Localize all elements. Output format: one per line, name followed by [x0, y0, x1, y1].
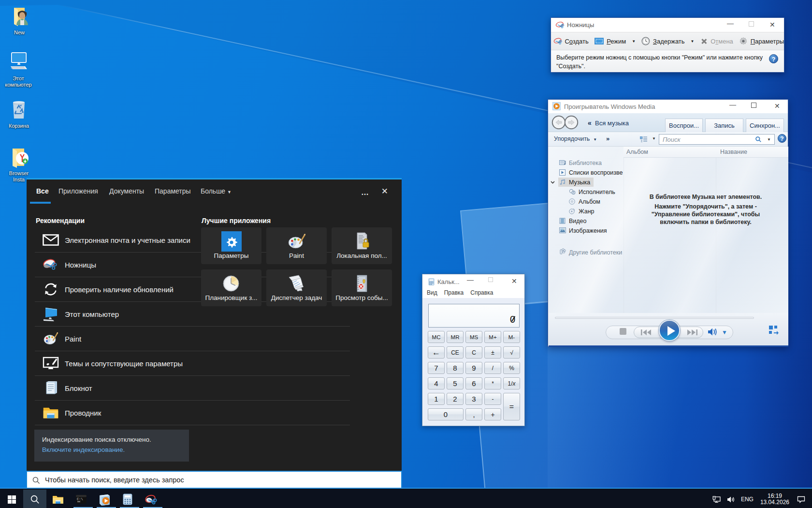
svg-text:C:\: C:\ — [77, 497, 83, 501]
